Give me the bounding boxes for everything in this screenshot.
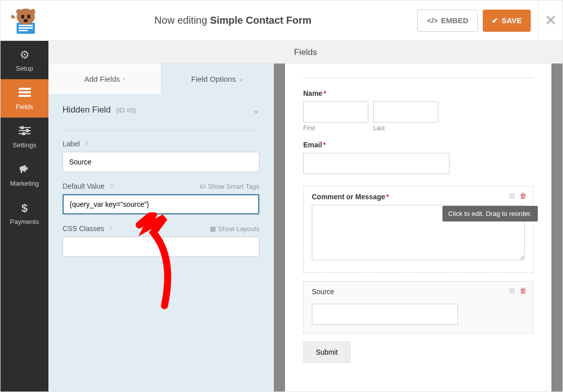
chevron-down-icon: ⌄ xyxy=(239,76,243,82)
source-input[interactable] xyxy=(312,304,458,325)
svg-rect-20 xyxy=(21,170,22,173)
collapse-toggle[interactable]: ⌄ xyxy=(253,105,259,115)
sidebar-item-marketing[interactable]: Marketing xyxy=(1,156,48,194)
field-type-title: Hidden Field xyxy=(63,105,110,115)
edit-tooltip: Click to edit. Drag to reorder. xyxy=(442,206,538,221)
name-field-label: Name* xyxy=(303,89,533,97)
svg-rect-1 xyxy=(19,25,33,26)
gear-icon: ⚙ xyxy=(20,48,30,62)
svg-rect-10 xyxy=(19,88,31,90)
save-button[interactable]: ✔ SAVE xyxy=(483,10,531,32)
close-icon: ✕ xyxy=(545,12,556,29)
section-title: Fields xyxy=(48,41,562,64)
source-field-label: Source xyxy=(312,288,525,296)
comment-field-box[interactable]: ⧉ 🗑 Comment or Message* Click to edit. D… xyxy=(303,186,533,273)
sidebar-item-payments[interactable]: $ Payments xyxy=(1,194,48,233)
tab-field-options[interactable]: Field Options ⌄ xyxy=(161,64,274,94)
dollar-icon: $ xyxy=(21,202,27,215)
default-value-label: Default Value xyxy=(63,182,104,190)
css-classes-input[interactable] xyxy=(63,237,259,257)
tag-icon: 🏷 xyxy=(199,183,206,190)
svg-point-16 xyxy=(26,129,28,132)
help-icon[interactable]: ? xyxy=(109,183,113,190)
svg-rect-3 xyxy=(19,30,28,31)
chevron-right-icon: › xyxy=(123,76,125,82)
sliders-icon xyxy=(19,125,31,138)
show-smart-tags-link[interactable]: 🏷 Show Smart Tags xyxy=(199,183,259,190)
field-id: (ID #5) xyxy=(116,106,136,114)
close-button[interactable]: ✕ xyxy=(538,1,562,41)
sidebar-item-label: Settings xyxy=(13,141,36,149)
trash-icon[interactable]: 🗑 xyxy=(520,287,527,295)
svg-point-8 xyxy=(16,9,21,14)
app-header: Now editing Simple Contact Form </> EMBE… xyxy=(1,1,562,41)
sidebar-item-label: Marketing xyxy=(10,180,39,187)
svg-point-6 xyxy=(27,15,30,19)
email-field-label: Email* xyxy=(303,141,533,149)
label-label: Label xyxy=(63,140,80,148)
last-name-input[interactable] xyxy=(373,101,438,123)
editing-prefix: Now editing xyxy=(154,15,210,26)
help-icon[interactable]: ? xyxy=(85,140,88,148)
css-classes-label: CSS Classes xyxy=(63,225,104,233)
comment-field-label: Comment or Message* xyxy=(312,193,525,201)
last-sublabel: Last xyxy=(373,125,438,132)
default-value-input[interactable] xyxy=(63,194,259,214)
form-name: Simple Contact Form xyxy=(210,15,311,26)
svg-point-5 xyxy=(21,15,24,19)
form-preview: Name* First Last xyxy=(274,64,562,391)
code-icon: </> xyxy=(427,16,438,25)
grid-icon: ▦ xyxy=(210,225,216,233)
editing-title: Now editing Simple Contact Form xyxy=(48,15,417,26)
sidebar-item-label: Payments xyxy=(10,218,39,226)
sidebar-nav: ⚙ Setup Fields Settings Marketing xyxy=(1,41,48,391)
list-icon xyxy=(19,87,31,100)
bullhorn-icon xyxy=(19,163,31,177)
first-sublabel: First xyxy=(303,125,368,132)
logo xyxy=(1,6,48,36)
tab-add-fields[interactable]: Add Fields › xyxy=(48,64,161,94)
svg-point-7 xyxy=(24,19,28,22)
show-layouts-link[interactable]: ▦ Show Layouts xyxy=(210,225,259,233)
svg-point-18 xyxy=(22,132,25,135)
duplicate-icon[interactable]: ⧉ xyxy=(510,287,515,295)
sidebar-item-settings[interactable]: Settings xyxy=(1,118,48,156)
sidebar-item-fields[interactable]: Fields xyxy=(1,79,48,118)
duplicate-icon[interactable]: ⧉ xyxy=(510,192,515,200)
submit-button[interactable]: Submit xyxy=(303,342,351,363)
svg-point-14 xyxy=(21,126,23,129)
label-input[interactable] xyxy=(63,152,259,172)
sidebar-item-label: Setup xyxy=(16,65,33,72)
svg-rect-12 xyxy=(19,95,31,97)
first-name-input[interactable] xyxy=(303,101,368,123)
svg-rect-11 xyxy=(19,91,31,93)
email-input[interactable] xyxy=(303,153,449,174)
trash-icon[interactable]: 🗑 xyxy=(520,192,527,200)
help-icon[interactable]: ? xyxy=(109,225,112,233)
options-panel: Add Fields › Field Options ⌄ Hidden Fiel… xyxy=(48,64,274,391)
embed-button[interactable]: </> EMBED xyxy=(417,10,478,32)
sidebar-item-setup[interactable]: ⚙ Setup xyxy=(1,41,48,79)
source-field-box[interactable]: ⧉ 🗑 Source xyxy=(303,281,533,333)
sidebar-item-label: Fields xyxy=(16,103,33,110)
svg-point-9 xyxy=(30,9,35,14)
check-icon: ✔ xyxy=(492,16,498,25)
svg-rect-2 xyxy=(19,27,33,29)
svg-rect-19 xyxy=(26,167,28,170)
